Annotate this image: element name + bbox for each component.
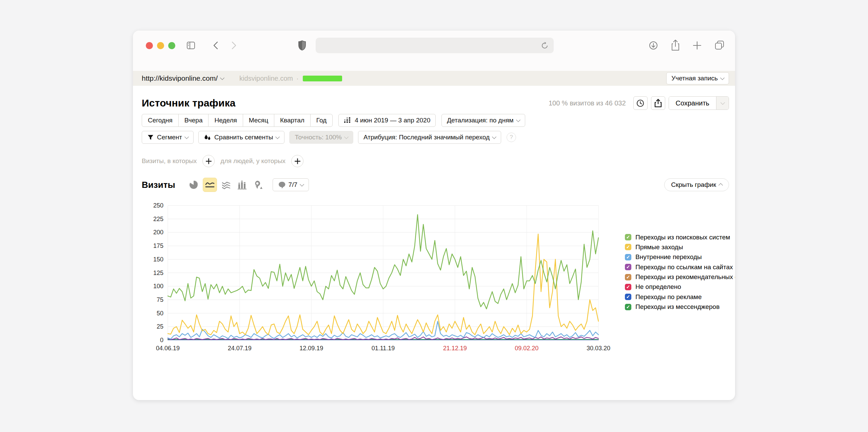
legend-label: Прямые заходы bbox=[635, 243, 683, 251]
add-people-filter-button[interactable] bbox=[291, 155, 303, 167]
period-tab-4[interactable]: Квартал bbox=[274, 114, 311, 127]
visits-filter-label: Визиты, в которых bbox=[142, 157, 197, 165]
hide-chart-button[interactable]: Скрыть график bbox=[664, 178, 729, 191]
account-menu-button[interactable]: Учетная запись bbox=[666, 72, 729, 84]
svg-text:150: 150 bbox=[153, 256, 163, 263]
share-icon[interactable] bbox=[670, 39, 680, 52]
svg-text:175: 175 bbox=[153, 242, 163, 249]
tab-overview-icon[interactable] bbox=[714, 40, 725, 51]
svg-text:200: 200 bbox=[153, 229, 163, 236]
period-tab-5[interactable]: Год bbox=[310, 114, 333, 127]
new-tab-icon[interactable] bbox=[692, 41, 702, 50]
legend-item-3[interactable]: ✓Переходы по ссылкам на сайтах bbox=[625, 264, 735, 270]
period-tab-0[interactable]: Сегодня bbox=[142, 114, 179, 127]
segment-dropdown[interactable]: Сегмент bbox=[142, 131, 194, 144]
legend-item-6[interactable]: ✓Переходы по рекламе bbox=[625, 294, 735, 300]
help-icon[interactable]: ? bbox=[507, 133, 516, 142]
chart-type-map-button[interactable] bbox=[251, 178, 265, 192]
site-bar: http://kidsviponline.com/ kidsviponline.… bbox=[133, 71, 735, 86]
period-tab-3[interactable]: Месяц bbox=[243, 114, 274, 127]
back-icon[interactable] bbox=[211, 40, 221, 51]
visits-summary: 100 % визитов из 46 032 bbox=[549, 99, 626, 107]
legend-checkbox[interactable]: ✓ bbox=[625, 274, 631, 280]
legend-item-5[interactable]: ✓Не определено bbox=[625, 284, 735, 290]
annotations-count: 7/7 bbox=[289, 181, 297, 189]
svg-text:04.06.19: 04.06.19 bbox=[156, 345, 180, 352]
legend-checkbox[interactable]: ✓ bbox=[625, 284, 631, 290]
period-tab-1[interactable]: Вчера bbox=[178, 114, 209, 127]
history-button[interactable] bbox=[633, 96, 648, 110]
compare-segments-dropdown[interactable]: Сравнить сегменты bbox=[198, 131, 284, 144]
legend-label: Переходы по рекламе bbox=[635, 293, 702, 301]
site-url-dropdown[interactable]: http://kidsviponline.com/ bbox=[142, 74, 224, 82]
legend-item-0[interactable]: ✓Переходы из поисковых систем bbox=[625, 234, 735, 240]
chevron-down-icon bbox=[721, 100, 725, 105]
chevron-down-icon bbox=[220, 76, 224, 80]
detalization-dropdown[interactable]: Детализация: по дням bbox=[441, 114, 525, 127]
chart-type-pie-button[interactable] bbox=[187, 178, 200, 192]
minimize-window-button[interactable] bbox=[157, 42, 164, 49]
chart-legend: ✓Переходы из поисковых систем✓Прямые зах… bbox=[625, 234, 735, 314]
column-chart-icon bbox=[237, 180, 247, 190]
export-button[interactable] bbox=[651, 96, 665, 110]
export-icon bbox=[654, 99, 662, 107]
svg-text:25: 25 bbox=[157, 323, 163, 330]
legend-item-2[interactable]: ✓Внутренние переходы bbox=[625, 254, 735, 260]
add-visits-filter-button[interactable] bbox=[202, 155, 215, 167]
save-options-button[interactable] bbox=[716, 97, 729, 110]
legend-checkbox[interactable]: ✓ bbox=[625, 254, 631, 260]
drops-icon bbox=[204, 134, 211, 141]
svg-text:0: 0 bbox=[160, 337, 163, 343]
line-chart-canvas: 025507510012515017520022525004.06.1924.0… bbox=[142, 197, 623, 353]
legend-item-1[interactable]: ✓Прямые заходы bbox=[625, 244, 735, 250]
svg-text:250: 250 bbox=[153, 202, 163, 209]
save-split-button: Сохранить bbox=[669, 96, 729, 110]
accuracy-dropdown[interactable]: Точность: 100% bbox=[289, 131, 353, 144]
svg-text:30.03.20: 30.03.20 bbox=[587, 345, 610, 352]
sidebar-toggle-icon[interactable] bbox=[186, 40, 196, 51]
plus-icon bbox=[206, 158, 212, 164]
chevron-down-icon bbox=[492, 135, 496, 139]
legend-item-7[interactable]: ✓Переходы из мессенджеров bbox=[625, 304, 735, 310]
period-tab-2[interactable]: Неделя bbox=[208, 114, 243, 127]
date-range-button[interactable]: 4 июн 2019 — 3 апр 2020 bbox=[338, 114, 436, 127]
privacy-shield-icon[interactable] bbox=[297, 40, 307, 51]
svg-text:12.09.19: 12.09.19 bbox=[299, 345, 323, 352]
save-button[interactable]: Сохранить bbox=[669, 97, 716, 110]
chevron-up-icon bbox=[718, 183, 723, 188]
chevron-down-icon bbox=[516, 118, 520, 122]
separator-dot: · bbox=[296, 75, 299, 82]
attribution-dropdown[interactable]: Атрибуция: Последний значимый переход bbox=[358, 131, 501, 144]
chevron-down-icon bbox=[276, 135, 280, 139]
chart-type-line-button[interactable] bbox=[203, 178, 217, 192]
svg-text:75: 75 bbox=[157, 296, 163, 303]
address-bar[interactable] bbox=[316, 38, 554, 53]
reload-icon[interactable] bbox=[540, 41, 549, 50]
forward-icon[interactable] bbox=[229, 40, 239, 51]
chevron-down-icon bbox=[300, 182, 304, 186]
annotations-dropdown[interactable]: 7/7 bbox=[273, 178, 309, 191]
close-window-button[interactable] bbox=[146, 42, 153, 49]
chevron-down-icon bbox=[720, 76, 725, 80]
legend-label: Внутренние переходы bbox=[635, 253, 702, 261]
legend-item-4[interactable]: ✓Переходы из рекомендательных систем bbox=[625, 274, 735, 280]
downloads-icon[interactable] bbox=[648, 40, 658, 51]
legend-checkbox[interactable]: ✓ bbox=[625, 294, 631, 300]
svg-text:225: 225 bbox=[153, 216, 163, 222]
legend-label: Не определено bbox=[635, 283, 681, 291]
legend-checkbox[interactable]: ✓ bbox=[625, 244, 631, 250]
legend-checkbox[interactable]: ✓ bbox=[625, 234, 631, 240]
svg-text:100: 100 bbox=[153, 283, 163, 290]
legend-checkbox[interactable]: ✓ bbox=[625, 304, 631, 310]
legend-checkbox[interactable]: ✓ bbox=[625, 264, 631, 270]
stacked-area-icon bbox=[221, 180, 231, 190]
svg-text:09.02.20: 09.02.20 bbox=[515, 345, 538, 352]
report-content: Источник трафика 100 % визитов из 46 032 bbox=[133, 95, 735, 355]
legend-label: Переходы из поисковых систем bbox=[635, 234, 730, 241]
comment-bubble-icon bbox=[278, 181, 285, 189]
chart-type-columns-button[interactable] bbox=[235, 178, 249, 192]
legend-label: Переходы из мессенджеров bbox=[635, 303, 719, 311]
site-url-text: http://kidsviponline.com/ bbox=[142, 74, 218, 82]
zoom-window-button[interactable] bbox=[168, 42, 175, 49]
chart-type-stacked-button[interactable] bbox=[219, 178, 233, 192]
